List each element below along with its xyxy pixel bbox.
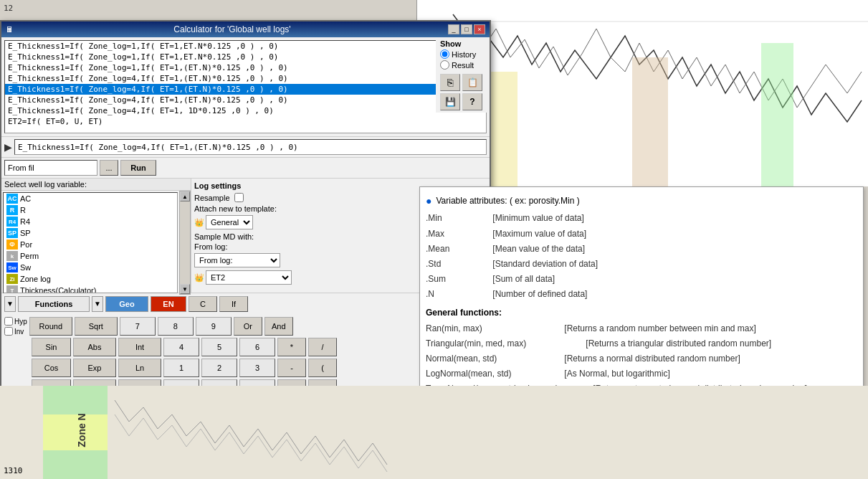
history-line-4-selected[interactable]: E_Thickness1=If( Zone_log=4,If( ET=1,(ET… (5, 84, 486, 95)
fn-normal-desc: [Returns a normal distributed random num… (564, 354, 740, 364)
history-line-1[interactable]: E_Thickness1=If( Zone_log=1,If( ET=1,ET.… (5, 52, 486, 62)
template-select[interactable]: General (206, 215, 253, 229)
abs-button[interactable]: Abs (73, 338, 116, 356)
or-button[interactable]: Or (234, 317, 262, 336)
btn-5[interactable]: 5 (201, 338, 237, 356)
var-name-perm: Perm (20, 252, 39, 260)
inv-checkbox[interactable] (4, 327, 13, 336)
mul-button[interactable]: * (277, 338, 306, 356)
exp-button[interactable]: Exp (73, 359, 116, 377)
scrollbar-up[interactable]: ▲ (180, 191, 190, 201)
var-item-sp[interactable]: SP SP (4, 227, 177, 239)
attr-n-name: .N (426, 288, 476, 301)
btn-1[interactable]: 1 (163, 359, 199, 377)
minus-button[interactable]: - (277, 359, 306, 377)
attr-sum-name: .Sum (426, 272, 476, 286)
fn-normal-name: Normal(mean, std) (426, 352, 555, 366)
fn-ran-desc: [Returns a random number between min and… (564, 323, 755, 333)
history-line-3[interactable]: E_Thickness1=If( Zone_log=4,If( ET=1,(ET… (5, 73, 486, 84)
sin-button[interactable]: Sin (32, 338, 71, 356)
history-line-6[interactable]: E_Thickness1=If( Zone_log=4,If( ET=1, 1D… (5, 105, 486, 116)
btn-4[interactable]: 4 (163, 338, 199, 356)
attr-sum: .Sum [Sum of all data] (426, 272, 857, 286)
formula-input[interactable] (14, 139, 487, 155)
cos-button[interactable]: Cos (32, 359, 71, 377)
close-button[interactable]: × (474, 24, 485, 34)
minimize-button[interactable]: _ (448, 24, 459, 34)
var-icon-thickness: T (6, 285, 18, 293)
fn-lognormal-desc: [As Normal, but logarithmic] (564, 369, 669, 379)
inv-checkbox-label[interactable]: Inv (4, 327, 27, 336)
dots-button[interactable]: ... (100, 160, 118, 176)
var-item-thickness[interactable]: T Thickness(Calculator) (4, 285, 177, 293)
lparen-button[interactable]: ( (308, 359, 337, 377)
paste-icon-button[interactable]: 📋 (462, 74, 482, 91)
copy-icon-button[interactable]: ⎘ (440, 74, 460, 91)
div-button[interactable]: / (308, 338, 337, 356)
history-line-7[interactable]: ET2=If( ET=0, U, ET) (5, 116, 486, 127)
round-button[interactable]: Round (29, 317, 72, 336)
int-button[interactable]: Int (118, 338, 161, 356)
result-radio-label[interactable]: Result (440, 60, 482, 70)
svg-rect-2 (489, 72, 518, 186)
var-icon-por: Φ (6, 240, 18, 250)
et2-select[interactable]: ET2 (206, 270, 292, 285)
hyp-checkbox[interactable] (4, 317, 13, 326)
history-line-2[interactable]: E_Thickness1=If( Zone_log=1,If( ET=1,(ET… (5, 62, 486, 73)
middle-section: Select well log variable: AC AC R R R4 R… (1, 178, 490, 293)
history-radio[interactable] (440, 49, 449, 59)
run-button[interactable]: Run (120, 160, 156, 176)
from-input[interactable] (4, 160, 97, 176)
seismic-background: Zone N 1310 (0, 386, 868, 479)
and-button[interactable]: And (264, 317, 293, 336)
if-button[interactable]: If (219, 296, 248, 312)
var-item-por[interactable]: Φ Por (4, 239, 177, 250)
help-icon-button[interactable]: ? (462, 93, 482, 110)
resample-checkbox[interactable] (234, 193, 244, 202)
btn-3[interactable]: 3 (239, 359, 275, 377)
btn-9[interactable]: 9 (196, 317, 232, 336)
fn-triangular: Triangular(min, med, max) [Returns a tri… (426, 337, 857, 351)
attr-mean-desc: [Mean value of the data] (492, 244, 585, 254)
functions-button[interactable]: Functions (18, 296, 90, 312)
result-radio[interactable] (440, 60, 449, 70)
show-label: Show (440, 39, 482, 48)
attr-max: .Max [Maximum value of data] (426, 227, 857, 241)
var-item-perm[interactable]: k Perm (4, 250, 177, 262)
var-name-sw: Sw (20, 263, 31, 272)
var-item-r[interactable]: R R (4, 204, 177, 216)
var-item-ac[interactable]: AC AC (4, 193, 177, 204)
history-line-0[interactable]: E_Thickness1=If( Zone_log=1,If( ET=1,ET.… (5, 41, 486, 52)
fn-normal: Normal(mean, std) [Returns a normal dist… (426, 352, 857, 366)
var-name-r4: R4 (20, 217, 30, 226)
btn-7[interactable]: 7 (120, 317, 156, 336)
scrollbar-down[interactable]: ▼ (180, 284, 190, 294)
var-name-zone: Zone log (20, 275, 51, 283)
history-radio-label[interactable]: History (440, 49, 482, 59)
functions-dropdown-arrow[interactable]: ▼ (4, 296, 16, 312)
sqrt-button[interactable]: Sqrt (75, 317, 118, 336)
save-icon-button[interactable]: 💾 (440, 93, 460, 110)
btn-2[interactable]: 2 (201, 359, 237, 377)
geo-dropdown-arrow[interactable]: ▼ (92, 296, 103, 312)
c-button[interactable]: C (189, 296, 217, 312)
hyp-checkbox-label[interactable]: Hyp (4, 317, 27, 326)
maximize-button[interactable]: □ (461, 24, 472, 34)
var-icon-sp: SP (6, 228, 18, 238)
variable-list[interactable]: AC AC R R R4 R4 SP SP (3, 192, 178, 293)
btn-8[interactable]: 8 (158, 317, 194, 336)
var-list-scrollbar[interactable]: ▲ ▼ (179, 191, 191, 295)
geo-button[interactable]: Geo (105, 296, 148, 312)
en-button[interactable]: EN (151, 296, 186, 312)
history-line-5[interactable]: E_Thickness1=If( Zone_log=4,If( ET=1,(ET… (5, 95, 486, 105)
ln-button[interactable]: Ln (118, 359, 161, 377)
history-area[interactable]: E_Thickness1=If( Zone_log=1,If( ET=1,ET.… (4, 40, 487, 133)
var-item-sw[interactable]: Sw Sw (4, 262, 177, 273)
scrollbar-track (180, 201, 190, 284)
var-item-zone[interactable]: Zl Zone log (4, 273, 177, 285)
var-item-r4[interactable]: R4 R4 (4, 216, 177, 227)
from-log-select[interactable]: From log: (194, 253, 280, 267)
attr-min: .Min [Minimum value of data] (426, 212, 857, 225)
btn-6[interactable]: 6 (239, 338, 275, 356)
titlebar-buttons: _ □ × (448, 24, 485, 34)
